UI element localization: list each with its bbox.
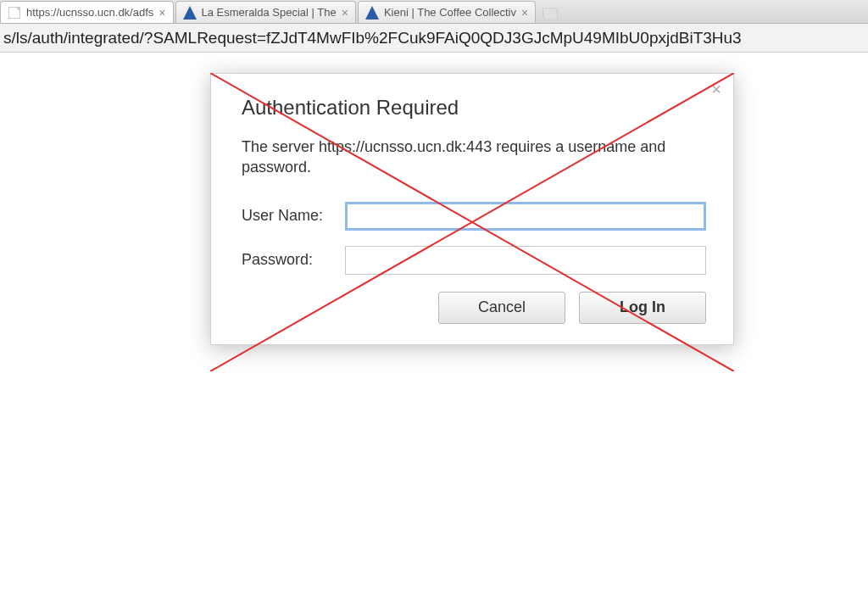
browser-tab-bar: https://ucnsso.ucn.dk/adfs × La Esmerald… <box>0 0 868 24</box>
auth-dialog: × Authentication Required The server htt… <box>210 73 734 345</box>
dialog-message: The server https://ucnsso.ucn.dk:443 req… <box>242 137 706 178</box>
username-input[interactable] <box>345 202 706 231</box>
svg-marker-1 <box>365 6 379 20</box>
browser-tab-2[interactable]: La Esmeralda Special | The × <box>175 1 356 23</box>
address-bar[interactable]: s/ls/auth/integrated/?SAMLRequest=fZJdT4… <box>0 24 868 53</box>
dialog-title: Authentication Required <box>242 96 706 120</box>
site-icon <box>183 6 197 20</box>
password-label: Password: <box>242 251 345 269</box>
page-content: × Authentication Required The server htt… <box>0 53 868 602</box>
password-input[interactable] <box>345 246 706 275</box>
close-tab-icon[interactable]: × <box>159 7 165 19</box>
svg-marker-0 <box>183 6 197 20</box>
site-icon <box>365 6 379 20</box>
close-tab-icon[interactable]: × <box>521 7 528 19</box>
login-button[interactable]: Log In <box>579 292 706 324</box>
username-row: User Name: <box>242 202 706 231</box>
close-icon[interactable]: × <box>711 81 721 98</box>
password-row: Password: <box>242 246 706 275</box>
browser-tab-1[interactable]: https://ucnsso.ucn.dk/adfs × <box>0 1 174 23</box>
tab-title: Kieni | The Coffee Collectiv <box>384 6 516 19</box>
tab-title: https://ucnsso.ucn.dk/adfs <box>26 6 153 19</box>
tab-title: La Esmeralda Special | The <box>202 6 337 19</box>
dialog-buttons: Cancel Log In <box>242 292 706 324</box>
close-tab-icon[interactable]: × <box>342 7 348 19</box>
url-text: s/ls/auth/integrated/?SAMLRequest=fZJdT4… <box>3 29 742 47</box>
username-label: User Name: <box>242 207 345 225</box>
cancel-button[interactable]: Cancel <box>438 292 565 324</box>
new-tab-button[interactable] <box>541 4 559 23</box>
page-icon <box>8 6 21 20</box>
browser-tab-3[interactable]: Kieni | The Coffee Collectiv × <box>358 1 536 23</box>
